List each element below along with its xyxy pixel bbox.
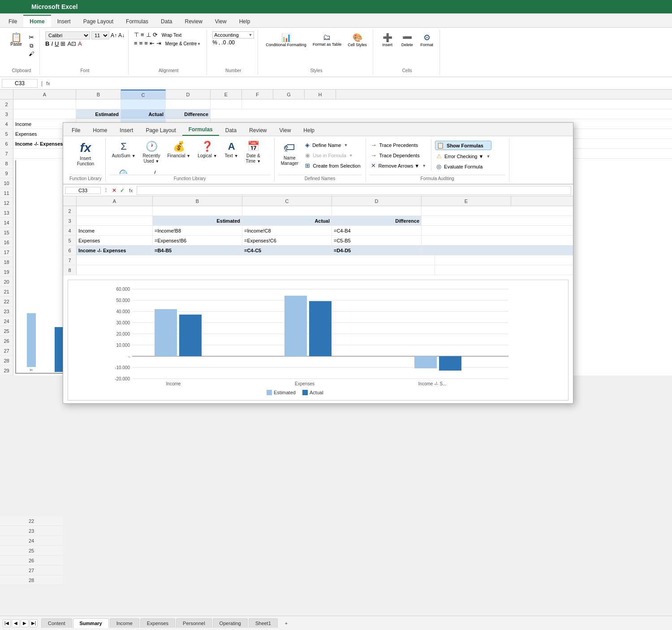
popup-cell-c3[interactable]: Actual xyxy=(242,216,332,225)
align-bottom-button[interactable]: ⊥ xyxy=(146,31,151,39)
align-center-button[interactable]: ≡ xyxy=(139,40,143,47)
popup-cell-a2[interactable] xyxy=(77,206,153,216)
cell-d2[interactable] xyxy=(166,99,211,109)
tab-pagelayout-bg[interactable]: Page Layout xyxy=(77,16,120,27)
trace-dependents-button[interactable]: → Trace Dependents xyxy=(370,151,428,160)
cut-button[interactable]: ✂ xyxy=(27,33,36,41)
increase-font-button[interactable]: A↑ xyxy=(111,32,117,39)
add-sheet-button[interactable]: + xyxy=(279,619,294,628)
align-left-button[interactable]: ≡ xyxy=(134,40,138,47)
border-button[interactable]: ⊞ xyxy=(60,40,65,47)
copy-button[interactable]: ⧉ xyxy=(27,42,36,49)
use-in-formula-button[interactable]: ◉ Use in Formula ▼ xyxy=(304,151,362,160)
popup-cell-8-spacer[interactable] xyxy=(77,265,435,275)
popup-tab-view[interactable]: View xyxy=(273,125,297,136)
col-a-header[interactable]: A xyxy=(13,90,76,99)
tab-next-button[interactable]: ▶ xyxy=(21,619,29,627)
cell-styles-button[interactable]: 🎨 Cell Styles xyxy=(345,31,369,48)
popup-cell-d6[interactable]: =D4-D5 xyxy=(332,246,422,255)
remove-arrows-button[interactable]: ✕ Remove Arrows ▼ ▼ xyxy=(370,161,428,170)
insert-cells-button[interactable]: ➕ Insert xyxy=(379,31,396,48)
tab-data-bg[interactable]: Data xyxy=(155,16,178,27)
name-manager-button[interactable]: 🏷 NameManager xyxy=(278,139,301,168)
popup-cell-d5[interactable]: =C5-B5 xyxy=(332,236,422,245)
popup-tab-review[interactable]: Review xyxy=(243,125,273,136)
autosum-button[interactable]: Σ AutoSum ▼ xyxy=(109,139,138,160)
cell-a3[interactable] xyxy=(13,109,76,119)
tab-sheet1[interactable]: Sheet1 xyxy=(249,618,278,628)
popup-cell-7-spacer[interactable] xyxy=(77,255,435,265)
increase-decimal-button[interactable]: .00 xyxy=(227,39,235,46)
popup-cell-b6[interactable]: =B4-B5 xyxy=(153,246,242,255)
popup-col-c[interactable]: C xyxy=(242,196,332,206)
more-functions-button[interactable]: ⋯ MoreFunctions ▼ xyxy=(166,168,196,174)
tab-personnel[interactable]: Personnel xyxy=(176,618,212,628)
font-color-button[interactable]: A xyxy=(78,40,82,47)
cell-a2[interactable] xyxy=(13,99,76,109)
col-c-header[interactable]: C xyxy=(121,90,166,99)
tab-file-bg[interactable]: File xyxy=(2,16,23,27)
italic-button[interactable]: I xyxy=(51,40,53,47)
popup-cell-c6[interactable]: =C4-C5 xyxy=(242,246,332,255)
decrease-indent-button[interactable]: ⇤ xyxy=(150,40,155,47)
merge-centre-button[interactable]: Merge & Centre ▼ xyxy=(163,40,203,47)
tab-home-bg[interactable]: Home xyxy=(23,15,51,27)
popup-tab-file[interactable]: File xyxy=(65,125,86,136)
cell-c3[interactable]: Actual xyxy=(121,109,166,119)
define-name-button[interactable]: ◈ Define Name ▼ xyxy=(304,141,362,149)
popup-cell-b5[interactable]: =Expenses!B6 xyxy=(153,236,242,245)
popup-tab-help[interactable]: Help xyxy=(297,125,321,136)
fill-color-button[interactable]: A⊡ xyxy=(67,40,76,47)
popup-col-d[interactable]: D xyxy=(332,196,422,206)
align-middle-button[interactable]: ≡ xyxy=(141,31,144,39)
text-button[interactable]: A Text ▼ xyxy=(222,139,241,160)
tab-content[interactable]: Content xyxy=(41,618,72,628)
wrap-text-button[interactable]: Wrap Text xyxy=(159,31,184,39)
cell-b3[interactable]: Estimated xyxy=(76,109,121,119)
recently-used-button[interactable]: 🕐 RecentlyUsed ▼ xyxy=(140,139,163,166)
cell-b2[interactable] xyxy=(76,99,121,109)
delete-cells-button[interactable]: ➖ Delete xyxy=(398,31,416,48)
popup-cell-a5[interactable]: Expenses xyxy=(77,236,153,245)
popup-cell-a3[interactable] xyxy=(77,216,153,225)
popup-cell-b2[interactable] xyxy=(153,206,242,216)
col-f-header[interactable]: F xyxy=(242,90,273,99)
format-cells-button[interactable]: ⚙ Format xyxy=(418,31,436,48)
popup-tab-home[interactable]: Home xyxy=(86,125,113,136)
font-name-select[interactable]: Calibri xyxy=(45,31,90,39)
show-formulas-button[interactable]: 📋 Show Formulas xyxy=(435,141,491,150)
lookup-reference-button[interactable]: 🔍 Lookup &Reference ▼ xyxy=(109,168,141,174)
paste-button[interactable]: 📋 Paste xyxy=(7,31,25,48)
popup-cell-d4[interactable]: =C4-B4 xyxy=(332,226,422,235)
popup-cell-menu-button[interactable]: ⋮ xyxy=(103,187,109,193)
align-top-button[interactable]: ⊤ xyxy=(134,31,139,39)
tab-help-bg[interactable]: Help xyxy=(233,16,257,27)
cell-d3[interactable]: Difference xyxy=(166,109,211,119)
trace-precedents-button[interactable]: → Trace Precedents xyxy=(370,141,428,149)
tab-insert-bg[interactable]: Insert xyxy=(51,16,77,27)
bold-button[interactable]: B xyxy=(45,40,49,47)
col-d-header[interactable]: D xyxy=(166,90,211,99)
popup-col-b[interactable]: B xyxy=(153,196,242,206)
cell-c2[interactable] xyxy=(121,99,166,109)
logical-button[interactable]: ❓ Logical ▼ xyxy=(195,139,220,160)
cell-e2[interactable] xyxy=(211,99,242,109)
popup-tab-formulas[interactable]: Formulas xyxy=(182,124,219,136)
popup-cell-c4[interactable]: =Income!C8 xyxy=(242,226,332,235)
popup-cell-c2[interactable] xyxy=(242,206,332,216)
popup-col-e[interactable]: E xyxy=(422,196,511,206)
format-painter-button[interactable]: 🖌 xyxy=(27,50,36,57)
tab-review-bg[interactable]: Review xyxy=(178,16,208,27)
col-h-header[interactable]: H xyxy=(305,90,336,99)
date-time-button[interactable]: 📅 Date &Time ▼ xyxy=(243,139,264,166)
popup-tab-pagelayout[interactable]: Page Layout xyxy=(139,125,182,136)
popup-confirm-button[interactable]: ✓ xyxy=(119,187,125,194)
tab-operating[interactable]: Operating xyxy=(213,618,248,628)
popup-cell-d3[interactable]: Difference xyxy=(332,216,422,225)
evaluate-formula-button[interactable]: ◎ Evaluate Formula xyxy=(435,162,491,171)
percent-button[interactable]: % xyxy=(212,39,217,46)
tab-formulas-bg[interactable]: Formulas xyxy=(120,16,155,27)
popup-tab-insert[interactable]: Insert xyxy=(113,125,139,136)
decrease-font-button[interactable]: A↓ xyxy=(118,32,125,39)
underline-button[interactable]: U xyxy=(55,40,59,47)
